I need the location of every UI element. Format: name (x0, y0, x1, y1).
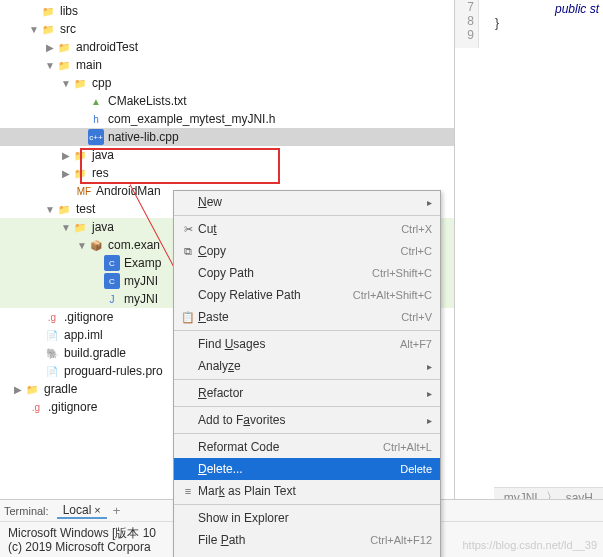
folder-icon: 📁 (40, 21, 56, 37)
cut-icon: ✂ (178, 223, 198, 236)
code-line: } (495, 16, 603, 30)
tree-item-res[interactable]: ▶📁res (0, 164, 454, 182)
folder-icon: 📁 (56, 201, 72, 217)
menu-open-terminal[interactable]: ▣Open in Terminal (174, 551, 440, 557)
gitignore-icon: .g (28, 399, 44, 415)
terminal-label: Terminal: (4, 505, 49, 517)
tree-item-androidtest[interactable]: ▶📁androidTest (0, 38, 454, 56)
tree-item-jni-header[interactable]: hcom_example_mytest_myJNI.h (0, 110, 454, 128)
menu-find-usages[interactable]: Find UsagesAlt+F7 (174, 333, 440, 355)
line-number: 8 (455, 14, 474, 28)
tree-item-java[interactable]: ▶📁java (0, 146, 454, 164)
tree-item-main[interactable]: ▼📁main (0, 56, 454, 74)
menu-add-favorites[interactable]: Add to Favorites▸ (174, 409, 440, 431)
tree-item-cpp[interactable]: ▼📁cpp (0, 74, 454, 92)
menu-copy-relative-path[interactable]: Copy Relative PathCtrl+Alt+Shift+C (174, 284, 440, 306)
editor-panel: 7 8 9 public st } (455, 0, 603, 557)
proguard-icon: 📄 (44, 363, 60, 379)
tree-item-cmakelists[interactable]: ▲CMakeLists.txt (0, 92, 454, 110)
iml-icon: 📄 (44, 327, 60, 343)
code-line: public st (495, 2, 603, 16)
line-number: 7 (455, 0, 474, 14)
cpp-file-icon: c++ (88, 129, 104, 145)
class-icon: C (104, 273, 120, 289)
terminal-tab-local[interactable]: Local × (57, 503, 107, 519)
menu-paste[interactable]: 📋PasteCtrl+V (174, 306, 440, 328)
menu-mark-plain[interactable]: ≡Mark as Plain Text (174, 480, 440, 502)
menu-copy-path[interactable]: Copy PathCtrl+Shift+C (174, 262, 440, 284)
gitignore-icon: .g (44, 309, 60, 325)
line-number: 9 (455, 28, 474, 42)
tree-item-libs[interactable]: 📁libs (0, 2, 454, 20)
folder-icon: 📁 (72, 147, 88, 163)
cmake-icon: ▲ (88, 93, 104, 109)
menu-reformat[interactable]: Reformat CodeCtrl+Alt+L (174, 436, 440, 458)
context-menu: New▸ ✂CutCtrl+X ⧉CopyCtrl+C Copy PathCtr… (173, 190, 441, 557)
menu-new[interactable]: New▸ (174, 191, 440, 213)
gradle-icon: 🐘 (44, 345, 60, 361)
menu-analyze[interactable]: Analyze▸ (174, 355, 440, 377)
folder-icon: 📁 (56, 39, 72, 55)
menu-file-path[interactable]: File PathCtrl+Alt+F12 (174, 529, 440, 551)
copy-icon: ⧉ (178, 245, 198, 258)
java-file-icon: J (104, 291, 120, 307)
folder-icon: 📁 (72, 75, 88, 91)
tree-item-native-lib[interactable]: c++native-lib.cpp (0, 128, 454, 146)
menu-cut[interactable]: ✂CutCtrl+X (174, 218, 440, 240)
editor-gutter: 7 8 9 (455, 0, 479, 48)
watermark: https://blog.csdn.net/ld__39 (462, 539, 597, 551)
text-icon: ≡ (178, 485, 198, 497)
tree-item-src[interactable]: ▼📁src (0, 20, 454, 38)
menu-show-explorer[interactable]: Show in Explorer (174, 507, 440, 529)
folder-icon: 📁 (72, 219, 88, 235)
manifest-icon: MF (76, 183, 92, 199)
folder-icon: 📁 (56, 57, 72, 73)
package-icon: 📦 (88, 237, 104, 253)
class-icon: C (104, 255, 120, 271)
menu-copy[interactable]: ⧉CopyCtrl+C (174, 240, 440, 262)
paste-icon: 📋 (178, 311, 198, 324)
folder-icon: 📁 (72, 165, 88, 181)
header-file-icon: h (88, 111, 104, 127)
folder-icon: 📁 (24, 381, 40, 397)
folder-icon: 📁 (40, 3, 56, 19)
menu-delete[interactable]: Delete...Delete (174, 458, 440, 480)
menu-refactor[interactable]: Refactor▸ (174, 382, 440, 404)
terminal-add-tab[interactable]: + (113, 503, 121, 518)
